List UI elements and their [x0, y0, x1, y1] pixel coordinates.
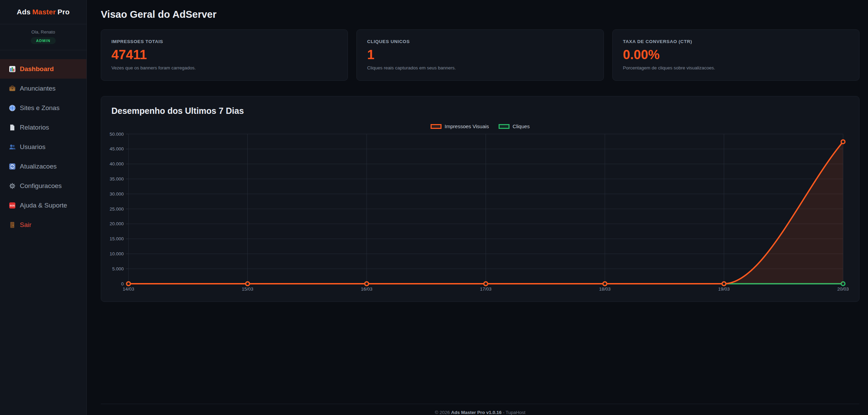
user-greeting: Ola, Renato	[0, 29, 86, 35]
svg-text:20.000: 20.000	[110, 221, 124, 226]
app-logo[interactable]: Ads Master Pro	[0, 0, 86, 24]
stat-card-2: TAXA DE CONVERSAO (CTR) 0.00% Porcentage…	[612, 29, 859, 81]
chart-legend: Impressoes VisuaisCliques	[111, 123, 849, 129]
svg-text:40.000: 40.000	[110, 161, 124, 166]
footer-app-version: Ads Master Pro v1.0.16	[451, 410, 502, 415]
sidebar: Ads Master Pro Ola, Renato ADMIN Dashboa…	[0, 0, 87, 415]
gear-icon	[9, 183, 16, 189]
stat-label: IMPRESSOES TOTAIS	[111, 39, 337, 44]
sidebar-nav: Dashboard Anunciantes Sites e Zonas Rela…	[0, 50, 86, 235]
footer-host: - TupaHost	[503, 410, 526, 415]
svg-text:19/03: 19/03	[718, 286, 730, 292]
svg-text:20/03: 20/03	[837, 286, 849, 292]
legend-swatch	[499, 124, 510, 129]
page-title: Visao Geral do AdServer	[101, 9, 859, 20]
svg-text:5.000: 5.000	[112, 266, 124, 271]
chart-title: Desempenho dos Ultimos 7 Dias	[111, 106, 849, 116]
sidebar-item-ajuda-suporte[interactable]: SOS Ajuda & Suporte	[0, 196, 86, 215]
svg-text:17/03: 17/03	[480, 286, 492, 292]
globe-icon	[9, 105, 16, 111]
refresh-icon	[9, 163, 16, 170]
briefcase-icon	[9, 85, 16, 92]
footer-copyright: © 2026	[435, 410, 450, 415]
stat-value: 0.00%	[623, 48, 849, 62]
logo-part-1: Ads	[17, 8, 30, 16]
sos-icon: SOS	[9, 202, 16, 209]
stat-description: Porcentagem de cliques sobre visualizaco…	[623, 65, 849, 70]
stat-value: 1	[367, 48, 593, 62]
main-content: Visao Geral do AdServer IMPRESSOES TOTAI…	[87, 0, 868, 415]
legend-label: Cliques	[513, 123, 530, 129]
footer: © 2026 Ads Master Pro v1.0.16 - TupaHost	[101, 404, 859, 415]
legend-item-1[interactable]: Cliques	[499, 123, 530, 129]
document-icon	[9, 124, 16, 131]
sidebar-item-configuracoes[interactable]: Configuracoes	[0, 176, 86, 196]
bar-chart-icon	[9, 66, 16, 72]
svg-text:35.000: 35.000	[110, 176, 124, 182]
legend-item-0[interactable]: Impressoes Visuais	[431, 123, 489, 129]
stat-description: Vezes que os banners foram carregados.	[111, 65, 337, 70]
users-icon	[9, 144, 16, 150]
svg-text:45.000: 45.000	[110, 146, 124, 151]
chart-card: Desempenho dos Ultimos 7 Dias Impressoes…	[101, 96, 859, 302]
sidebar-item-sites-e-zonas[interactable]: Sites e Zonas	[0, 98, 86, 118]
stat-value: 47411	[111, 48, 337, 62]
stat-description: Cliques reais capturados em seus banners…	[367, 65, 593, 70]
sidebar-item-anunciantes[interactable]: Anunciantes	[0, 79, 86, 98]
svg-text:SOS: SOS	[10, 204, 15, 207]
sidebar-item-relatorios[interactable]: Relatorios	[0, 118, 86, 137]
stat-card-1: CLIQUES UNICOS 1 Cliques reais capturado…	[356, 29, 603, 81]
role-badge: ADMIN	[31, 37, 55, 44]
legend-swatch	[431, 124, 442, 129]
stat-label: TAXA DE CONVERSAO (CTR)	[623, 39, 849, 44]
stat-card-0: IMPRESSOES TOTAIS 47411 Vezes que os ban…	[101, 29, 348, 81]
line-chart[interactable]: 05.00010.00015.00020.00025.00030.00035.0…	[111, 131, 849, 293]
svg-text:25.000: 25.000	[110, 206, 124, 212]
stat-cards-row: IMPRESSOES TOTAIS 47411 Vezes que os ban…	[101, 29, 859, 81]
logo-part-3: Pro	[57, 8, 70, 16]
stat-label: CLIQUES UNICOS	[367, 39, 593, 44]
sidebar-item-usuarios[interactable]: Usuarios	[0, 137, 86, 157]
svg-text:14/03: 14/03	[123, 286, 134, 292]
sidebar-item-dashboard[interactable]: Dashboard	[0, 59, 86, 79]
svg-text:18/03: 18/03	[599, 286, 611, 292]
legend-label: Impressoes Visuais	[445, 123, 489, 129]
logo-part-2: Master	[32, 8, 56, 16]
svg-text:15/03: 15/03	[242, 286, 254, 292]
svg-text:30.000: 30.000	[110, 191, 124, 197]
svg-text:15.000: 15.000	[110, 236, 124, 241]
door-icon	[9, 222, 16, 228]
user-info: Ola, Renato ADMIN	[0, 24, 86, 50]
sidebar-item-sair[interactable]: Sair	[0, 215, 86, 235]
svg-text:16/03: 16/03	[361, 286, 372, 292]
svg-text:50.000: 50.000	[110, 132, 124, 137]
sidebar-item-atualizacoes[interactable]: Atualizacoes	[0, 157, 86, 176]
svg-text:10.000: 10.000	[110, 251, 124, 256]
svg-text:0: 0	[121, 281, 124, 286]
